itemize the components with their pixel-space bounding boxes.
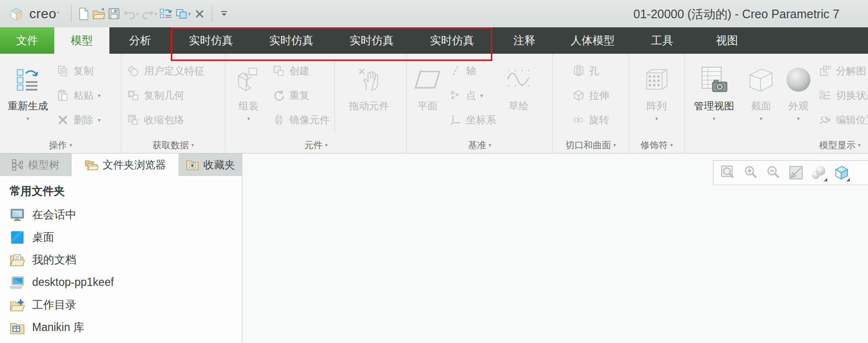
ribbon-group-get-data: 用户定义特征 复制几何 收缩包络 获取数据▾ bbox=[121, 54, 226, 153]
chevron-down-icon: ▾ bbox=[98, 93, 101, 98]
render-style-button[interactable] bbox=[810, 165, 827, 181]
tab-live-simulation-2[interactable]: 实时仿真 bbox=[251, 27, 332, 54]
folder-label: 工作目录 bbox=[32, 297, 76, 312]
save-button[interactable] bbox=[107, 6, 122, 22]
exploded-view-button[interactable]: 分解图 bbox=[819, 60, 868, 82]
section-icon bbox=[747, 59, 775, 100]
customize-toolbar-button[interactable] bbox=[216, 6, 232, 22]
assemble-button[interactable]: 组装 ▾ bbox=[226, 56, 271, 137]
paste-icon bbox=[57, 89, 69, 102]
group-label-datum[interactable]: 基准▾ bbox=[407, 137, 552, 153]
switch-state-button[interactable]: 切换状态 bbox=[819, 85, 868, 106]
button-label: 收缩包络 bbox=[144, 113, 184, 127]
tab-analysis[interactable]: 分析 bbox=[109, 27, 171, 54]
zoom-out-button[interactable] bbox=[765, 165, 782, 181]
folder-item-in-session[interactable]: 在会话中 bbox=[10, 203, 242, 226]
repaint-button[interactable] bbox=[788, 165, 804, 181]
delete-button[interactable]: 删除 ▾ bbox=[57, 109, 101, 130]
tab-tools[interactable]: 工具 bbox=[629, 27, 696, 54]
group-label-get-data[interactable]: 获取数据▾ bbox=[121, 137, 225, 153]
udf-button[interactable]: 用户定义特征 bbox=[127, 60, 204, 82]
zoom-fit-button[interactable] bbox=[720, 165, 737, 181]
tab-label: 模型树 bbox=[28, 158, 59, 172]
plane-button[interactable]: 平面 bbox=[408, 56, 447, 137]
axis-button[interactable]: 轴 bbox=[449, 60, 496, 82]
tab-model[interactable]: 模型 bbox=[54, 27, 109, 54]
group-label-model-display[interactable]: 模型显示▾ bbox=[685, 137, 868, 153]
zoom-out-icon bbox=[766, 165, 781, 180]
group-label-cut-surface[interactable]: 切口和曲面▾ bbox=[553, 137, 629, 153]
close-window-button[interactable] bbox=[192, 6, 207, 22]
navigator-panel: 模型树 文件夹浏览器 收藏夹 常用文件夹 bbox=[0, 154, 242, 343]
point-button[interactable]: 点 ▾ bbox=[449, 85, 496, 106]
regenerate-button[interactable]: 重新生成 ▾ bbox=[1, 56, 55, 137]
section-button[interactable]: 截面 ▾ bbox=[742, 56, 780, 137]
folder-label: Manikin 库 bbox=[32, 320, 84, 335]
create-button[interactable]: 创建 bbox=[273, 60, 330, 82]
edit-position-button[interactable]: 编辑位置 bbox=[819, 109, 868, 130]
pattern-button[interactable]: 阵列 ▾ bbox=[633, 56, 681, 137]
desktop-icon bbox=[10, 230, 25, 245]
folder-item-desktop[interactable]: 桌面 bbox=[10, 226, 242, 248]
redo-dropdown-arrow[interactable]: ▾ bbox=[155, 11, 157, 17]
folder-label: 桌面 bbox=[32, 230, 54, 245]
tab-model-tree[interactable]: 模型树 bbox=[0, 154, 71, 176]
button-label: 分解图 bbox=[836, 64, 866, 78]
undo-button[interactable] bbox=[122, 6, 137, 22]
repeat-button[interactable]: 重复 bbox=[273, 85, 330, 106]
appearance-button[interactable]: 外观 ▾ bbox=[780, 56, 817, 137]
shrinkwrap-button[interactable]: 收缩包络 bbox=[127, 109, 204, 130]
zoom-fit-icon bbox=[721, 165, 736, 180]
folder-item-manikin-library[interactable]: Manikin 库 bbox=[10, 316, 242, 339]
tab-view[interactable]: 视图 bbox=[696, 27, 758, 54]
open-file-button[interactable] bbox=[91, 6, 107, 22]
button-label: 组装 bbox=[238, 100, 259, 112]
regenerate-quick-button[interactable] bbox=[158, 6, 174, 22]
tab-favorites[interactable]: 收藏夹 bbox=[178, 154, 242, 176]
exploded-view-icon bbox=[819, 65, 832, 77]
chevron-down-icon: ▾ bbox=[613, 142, 616, 148]
copy-geometry-button[interactable]: 复制几何 bbox=[127, 85, 204, 106]
computer-icon bbox=[10, 275, 25, 290]
tab-live-simulation-1[interactable]: 实时仿真 bbox=[171, 27, 251, 54]
folder-browser-icon bbox=[84, 158, 98, 172]
tab-file[interactable]: 文件 bbox=[0, 27, 54, 54]
group-label-modifiers[interactable]: 修饰符▾ bbox=[629, 137, 684, 153]
tab-live-simulation-3[interactable]: 实时仿真 bbox=[332, 27, 412, 54]
tab-live-simulation-4[interactable]: 实时仿真 bbox=[412, 27, 492, 54]
drag-component-button[interactable]: 拖动元件 bbox=[338, 56, 400, 137]
hole-button[interactable]: 孔 bbox=[572, 60, 609, 82]
extrude-button[interactable]: 拉伸 bbox=[572, 85, 609, 106]
folder-item-computer[interactable]: desktop-pp1keef bbox=[10, 271, 242, 294]
redo-button[interactable] bbox=[140, 6, 155, 22]
mirror-component-button[interactable]: 镜像元件 bbox=[273, 109, 330, 130]
tab-manikin[interactable]: 人体模型 bbox=[557, 27, 629, 54]
window-switcher-button[interactable] bbox=[174, 6, 189, 22]
window-switcher-dropdown-arrow[interactable]: ▾ bbox=[188, 11, 191, 17]
new-file-button[interactable] bbox=[76, 6, 91, 22]
zoom-in-button[interactable] bbox=[743, 165, 759, 181]
tab-annotate[interactable]: 注释 bbox=[492, 27, 557, 54]
revolve-button[interactable]: 旋转 bbox=[572, 109, 609, 130]
group-label-component[interactable]: 元件▾ bbox=[226, 137, 406, 153]
tab-label: 文件夹浏览器 bbox=[103, 158, 166, 172]
manage-views-button[interactable]: 管理视图 ▾ bbox=[686, 56, 742, 137]
customize-toolbar-icon bbox=[220, 11, 228, 17]
chevron-down-icon: ▾ bbox=[488, 142, 491, 148]
undo-dropdown-arrow[interactable]: ▾ bbox=[136, 11, 139, 17]
csys-button[interactable]: 坐标系 bbox=[449, 109, 496, 130]
chevron-down-icon: ▾ bbox=[858, 142, 861, 148]
copy-button[interactable]: 复制 bbox=[57, 60, 101, 82]
group-label-operations[interactable]: 操作▾ bbox=[0, 137, 121, 153]
paste-button[interactable]: 粘贴 ▾ bbox=[57, 85, 101, 106]
folder-item-my-documents[interactable]: 我的文档 bbox=[10, 248, 242, 271]
ribbon-tab-bar: 文件 模型 分析 实时仿真 实时仿真 实时仿真 实时仿真 注释 人体模型 工具 … bbox=[0, 27, 868, 54]
button-label: 重复 bbox=[289, 89, 309, 102]
tab-folder-browser[interactable]: 文件夹浏览器 bbox=[71, 154, 179, 176]
display-style-button[interactable] bbox=[833, 165, 849, 181]
graphics-area[interactable] bbox=[242, 154, 868, 343]
folder-item-working-directory[interactable]: 工作目录 bbox=[10, 294, 242, 316]
shrinkwrap-icon bbox=[127, 114, 140, 126]
dropdown-corner-mark bbox=[846, 178, 850, 181]
sketch-button[interactable]: 草绘 bbox=[498, 56, 539, 137]
